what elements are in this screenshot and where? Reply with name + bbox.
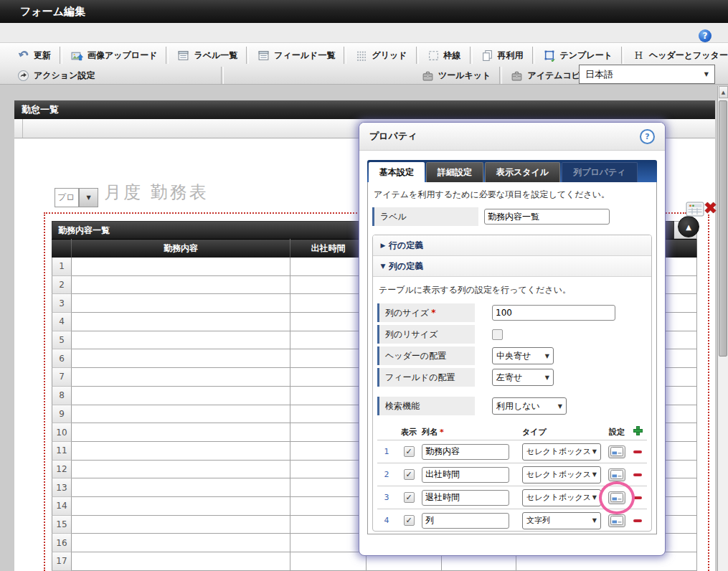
column-name-input[interactable] <box>422 444 509 460</box>
column-name-cell <box>422 466 522 483</box>
toolbar-button-action[interactable]: アクション設定 <box>10 66 102 85</box>
column-show-checkbox[interactable]: ✓ <box>404 446 415 457</box>
field-label-text: ヘッダーの配置 <box>385 350 446 362</box>
field-select[interactable]: 中央寄せ▼ <box>492 347 554 364</box>
scrollbar-thumb[interactable] <box>719 100 727 357</box>
section-row-definition[interactable]: ▶ 行の定義 <box>373 235 651 256</box>
toolbar-button-template[interactable]: テンプレート <box>536 46 620 65</box>
language-select[interactable]: 日本語 ▼ <box>579 65 715 84</box>
column-definition-description: テーブルに表示する列の設定を行ってください。 <box>373 277 651 301</box>
column-type-select[interactable]: 文字列▼ <box>522 512 601 529</box>
row-number: 6 <box>52 349 72 368</box>
toolbar-button-refresh[interactable]: 更新 <box>10 46 58 65</box>
form-editor-screen: フォーム編集 ? 更新画像アップロードラベル一覧フィールド一覧グリッド枠線再利用… <box>0 0 728 571</box>
column-delete-cell <box>629 473 646 476</box>
column-show-cell: ✓ <box>396 469 422 480</box>
dialog-help-icon[interactable]: ? <box>640 129 655 144</box>
scrollbar-up-button[interactable]: ▲ <box>719 86 728 98</box>
triangle-up-icon: ▲ <box>722 90 725 95</box>
toolbar-button-border[interactable]: 枠線 <box>420 46 468 65</box>
toolbar-button-image-upload[interactable]: 画像アップロード <box>64 46 164 65</box>
row-number: 3 <box>52 294 72 313</box>
column-type-select[interactable]: セレクトボックス▼ <box>522 466 601 483</box>
table-row-number-header <box>52 239 72 258</box>
field-label-text: 検索機能 <box>385 400 420 412</box>
column-name-input[interactable] <box>422 490 509 506</box>
toolbar-row-2-right: ツールキットアイテムコピー <box>415 66 596 85</box>
field-row: ヘッダーの配置中央寄せ▼ <box>377 346 647 365</box>
column-config-button[interactable] <box>608 514 625 527</box>
field-label: 列のリサイズ <box>377 325 475 344</box>
section-column-definition[interactable]: ▼ 列の定義 <box>373 256 651 277</box>
toolbar-separator <box>246 47 249 64</box>
remove-column-icon[interactable] <box>633 519 642 522</box>
field-select[interactable]: 利用しない▼ <box>492 397 567 415</box>
toolbar-button-label: 再利用 <box>498 49 524 62</box>
table-settings-handle-icon[interactable] <box>686 202 704 217</box>
column-config-button[interactable] <box>608 491 625 504</box>
remove-column-icon[interactable] <box>633 496 642 499</box>
toolbar-separator <box>344 47 346 64</box>
month-item-input[interactable]: プロ <box>55 188 79 207</box>
vertical-scrollbar[interactable]: ▲ <box>717 86 728 571</box>
column-config-button[interactable] <box>608 468 625 481</box>
toolbar-button-header-footer[interactable]: Hヘッダーとフッター <box>625 46 728 65</box>
column-config-button[interactable] <box>608 445 625 458</box>
chevron-down-icon: ▼ <box>592 517 597 524</box>
chevron-down-icon: ▼ <box>86 194 90 201</box>
column-name-input[interactable] <box>422 467 509 483</box>
column-show-checkbox[interactable]: ✓ <box>404 492 415 503</box>
field-label: ヘッダーの配置 <box>377 346 475 365</box>
row-number: 12 <box>52 461 72 479</box>
field-list-icon <box>257 49 270 62</box>
tab-基本設定[interactable]: 基本設定 <box>369 162 425 182</box>
select-value: セレクトボックス <box>526 469 591 480</box>
table-cell <box>72 552 290 571</box>
table-cell <box>72 516 290 534</box>
table-cell <box>290 478 367 497</box>
field-select[interactable]: 左寄せ▼ <box>492 369 554 386</box>
delete-item-icon[interactable] <box>703 200 718 215</box>
tab-表示スタイル[interactable]: 表示スタイル <box>485 162 560 182</box>
columns-table: 表示 列名* タイプ 設定 1✓セレクトボックス▼2✓セレクトボックス▼3✓セレ… <box>377 424 647 532</box>
triangle-right-icon: ▶ <box>377 242 389 249</box>
label-field-input[interactable] <box>484 209 610 225</box>
field-label-text: 列のサイズ <box>385 307 429 319</box>
column-show-checkbox[interactable]: ✓ <box>404 469 415 480</box>
triangle-down-icon: ▼ <box>377 263 389 270</box>
toolbar-button-grid[interactable]: グリッド <box>348 46 414 65</box>
table-cell <box>72 258 290 276</box>
window-title: フォーム編集 <box>0 0 728 23</box>
toolbar-button-field-list[interactable]: フィールド一覧 <box>250 46 342 65</box>
column-show-checkbox[interactable]: ✓ <box>404 515 415 526</box>
toolbar: 更新画像アップロードラベル一覧フィールド一覧グリッド枠線再利用テンプレートHヘッ… <box>0 43 728 85</box>
toolbar-button-label: ヘッダーとフッター <box>649 49 728 62</box>
chevron-down-icon: ▼ <box>558 403 562 410</box>
tab-詳細設定[interactable]: 詳細設定 <box>426 162 483 182</box>
row-number: 16 <box>52 534 72 552</box>
column-definition-fields: 列のサイズ*列のリサイズ✓ヘッダーの配置中央寄せ▼フィールドの配置左寄せ▼検索機… <box>373 303 651 415</box>
table-cell <box>72 478 290 497</box>
field-checkbox[interactable]: ✓ <box>492 329 503 340</box>
toolbar-button-label-list[interactable]: ラベル一覧 <box>170 46 245 65</box>
collapse-table-button[interactable]: ▲ <box>678 216 699 237</box>
row-number: 5 <box>52 331 72 350</box>
remove-column-icon[interactable] <box>633 450 642 453</box>
tab-列プロパティ[interactable]: 列プロパティ <box>562 162 637 182</box>
label-field-name: ラベル <box>372 207 478 226</box>
month-item-dropdown-button[interactable]: ▼ <box>79 188 98 207</box>
toolbar-button-reuse[interactable]: 再利用 <box>474 46 531 65</box>
toolbar-row-2-left: アクション設定 <box>10 66 225 85</box>
remove-column-icon[interactable] <box>633 473 642 476</box>
toolbar-separator <box>221 67 224 84</box>
column-name-input[interactable] <box>422 513 509 529</box>
help-icon[interactable]: ? <box>699 29 712 42</box>
column-config-cell <box>605 445 629 458</box>
column-name-cell <box>422 512 522 529</box>
field-text-input[interactable] <box>492 305 615 321</box>
panel-description: アイテムを利用するために必要な項目を設定してください。 <box>368 182 656 204</box>
column-type-select[interactable]: セレクトボックス▼ <box>522 443 601 461</box>
column-type-select[interactable]: セレクトボックス▼ <box>522 489 601 506</box>
add-column-icon[interactable] <box>633 426 643 435</box>
toolbar-button-toolkit[interactable]: ツールキット <box>415 66 498 85</box>
